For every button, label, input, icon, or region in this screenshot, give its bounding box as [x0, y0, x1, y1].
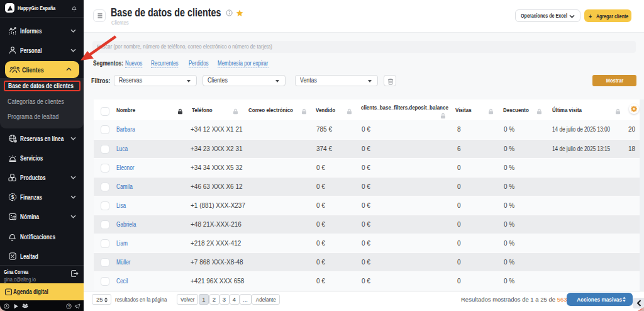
svg-text:?: ?: [68, 304, 70, 308]
svg-text:$: $: [11, 194, 14, 200]
